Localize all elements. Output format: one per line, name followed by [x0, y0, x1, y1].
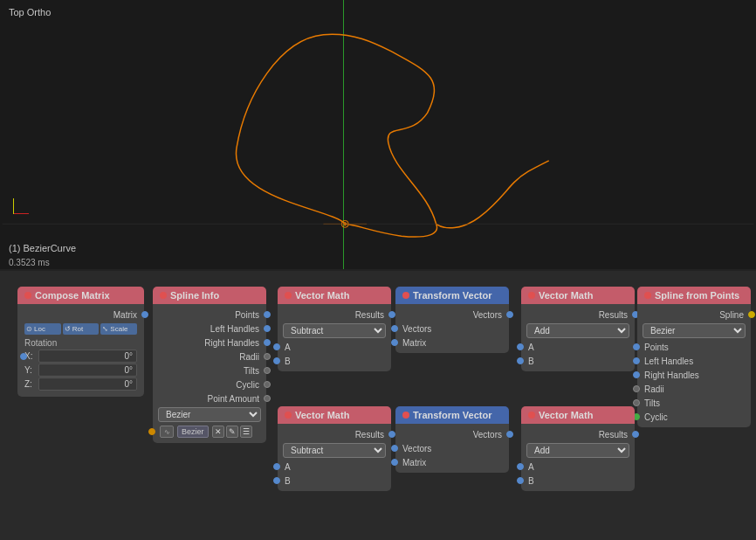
- scale-button[interactable]: ⤡ Scale: [100, 323, 137, 335]
- vm3-select[interactable]: Subtract: [283, 443, 386, 458]
- sfp-radii-row: Radii: [637, 382, 751, 396]
- vm1-b-row: B: [278, 354, 391, 368]
- node-vm3-body: Results Subtract A B: [278, 424, 391, 491]
- vm3-b-row: B: [278, 474, 391, 488]
- bezier-x-btn[interactable]: ✕: [212, 426, 224, 438]
- vm3-a-socket: [273, 463, 280, 470]
- bezier-tag: Bezier: [177, 426, 209, 438]
- tv2-vectors-in-row: Vectors: [395, 441, 509, 455]
- node-dot: [24, 292, 31, 299]
- vm2-select[interactable]: Add: [526, 323, 629, 338]
- node-vector-math-3: Vector Math Results Subtract A B: [278, 406, 391, 491]
- rot-icon: ↺: [65, 325, 71, 333]
- sfp-spline-socket: [748, 311, 755, 318]
- node-dot: [285, 292, 292, 299]
- vm2-a-socket: [517, 343, 524, 350]
- rotation-section: Rotation X: 0° Y: 0° Z: 0°: [17, 336, 144, 393]
- vm2-results-row: Results: [521, 308, 635, 322]
- node-tv2-title: Transform Vector: [413, 410, 491, 420]
- node-dot: [402, 412, 409, 419]
- node-vm3-header: Vector Math: [278, 406, 391, 424]
- node-spline-from-points: Spline from Points Spline Bezier Points …: [637, 287, 751, 427]
- tv1-vectors-socket: [506, 311, 513, 318]
- node-sfp-title: Spline from Points: [655, 290, 739, 301]
- tv2-vectors-socket: [506, 431, 513, 438]
- vm1-select[interactable]: Subtract: [283, 323, 386, 338]
- si-select[interactable]: Bezier: [158, 407, 261, 422]
- vm1-b-socket: [273, 357, 280, 364]
- node-editor: Compose Matrix Matrix ⊙ Loc ↺ Rot ⤡ Scal…: [0, 271, 756, 540]
- si-righthandles-socket: [264, 339, 271, 346]
- tv1-matrix-socket: [391, 339, 398, 346]
- vm3-a-row: A: [278, 460, 391, 474]
- node-tv1-body: Vectors Vectors Matrix: [395, 304, 509, 353]
- rot-button[interactable]: ↺ Rot: [63, 323, 100, 335]
- vm4-results-row: Results: [521, 427, 635, 441]
- node-spline-info-title: Spline Info: [170, 290, 219, 301]
- bezier-actions: ✕ ✎ ☰: [212, 426, 252, 438]
- rotation-x-socket: [20, 353, 27, 360]
- si-points-socket: [264, 311, 271, 318]
- vm3-results-socket: [388, 431, 395, 438]
- node-vm2-header: Vector Math: [521, 287, 635, 304]
- node-dot: [285, 412, 292, 419]
- sfp-tilts-row: Tilts: [637, 396, 751, 410]
- node-spline-info: Spline Info Points Left Handles Right Ha…: [153, 287, 266, 443]
- si-tilts-socket: [264, 367, 271, 374]
- sfp-cyclic-row: Cyclic: [637, 410, 751, 424]
- loc-button[interactable]: ⊙ Loc: [24, 323, 61, 335]
- node-vm1-body: Results Subtract A B: [278, 304, 391, 371]
- sfp-righthandles-socket: [633, 371, 640, 378]
- sfp-select[interactable]: Bezier: [643, 323, 746, 338]
- node-transform-vector-1: Transform Vector Vectors Vectors Matrix: [395, 287, 509, 353]
- vm4-results-socket: [632, 431, 639, 438]
- vm4-a-row: A: [521, 460, 635, 474]
- vm4-select[interactable]: Add: [526, 443, 629, 458]
- node-dot: [528, 292, 535, 299]
- si-cyclic-row: Cyclic: [153, 377, 266, 391]
- vm4-a-socket: [517, 463, 524, 470]
- si-lefthandles-row: Left Handles: [153, 322, 266, 336]
- vm4-b-socket: [517, 477, 524, 484]
- node-compose-matrix-body: Matrix ⊙ Loc ↺ Rot ⤡ Scale Rotation: [17, 304, 144, 397]
- tv1-vectors-row: Vectors: [395, 308, 509, 322]
- node-tv1-title: Transform Vector: [413, 290, 491, 301]
- node-vm4-header: Vector Math: [521, 406, 635, 424]
- node-compose-matrix-title: Compose Matrix: [35, 290, 110, 301]
- si-righthandles-row: Right Handles: [153, 336, 266, 350]
- bezier-edit-btn[interactable]: ✎: [226, 426, 238, 438]
- node-vm1-header: Vector Math: [278, 287, 391, 304]
- sfp-lefthandles-socket: [633, 357, 640, 364]
- tv2-matrix-socket: [391, 459, 398, 466]
- lrs-buttons: ⊙ Loc ↺ Rot ⤡ Scale: [17, 322, 144, 336]
- curve-label: (1) BezierCurve: [9, 243, 76, 253]
- rotation-z-row: Z: 0°: [24, 377, 137, 391]
- sfp-radii-socket: [633, 385, 640, 392]
- vm1-a-socket: [273, 343, 280, 350]
- tv1-matrix-row: Matrix: [395, 336, 509, 350]
- bezier-menu-btn[interactable]: ☰: [240, 426, 252, 438]
- viewport: Top Ortho (1) BezierCurve 0.3523 ms: [0, 0, 756, 271]
- si-cyclic-socket: [264, 381, 271, 388]
- node-compose-matrix-header: Compose Matrix: [17, 287, 144, 304]
- rotation-y-row: Y: 0°: [24, 363, 137, 377]
- curve-svg: [0, 0, 756, 269]
- si-points-row: Points: [153, 308, 266, 322]
- si-pointamount-row: Point Amount: [153, 391, 266, 405]
- sfp-lefthandles-row: Left Handles: [637, 354, 751, 368]
- vm3-b-socket: [273, 477, 280, 484]
- si-pointamount-socket: [264, 395, 271, 402]
- node-tv1-header: Transform Vector: [395, 287, 509, 304]
- rotation-x-row: X: 0°: [24, 350, 137, 363]
- node-sfp-header: Spline from Points: [637, 287, 751, 304]
- matrix-output-row: Matrix: [17, 308, 144, 322]
- node-vm1-title: Vector Math: [295, 290, 349, 301]
- si-bezier-socket: [148, 428, 155, 435]
- loc-icon: ⊙: [26, 325, 32, 333]
- vm4-b-row: B: [521, 474, 635, 488]
- node-dot: [528, 412, 535, 419]
- vm1-results-row: Results: [278, 308, 391, 322]
- node-vector-math-4: Vector Math Results Add A B: [521, 406, 635, 491]
- node-tv2-body: Vectors Vectors Matrix: [395, 424, 509, 473]
- tv2-vectors-in-socket: [391, 445, 398, 452]
